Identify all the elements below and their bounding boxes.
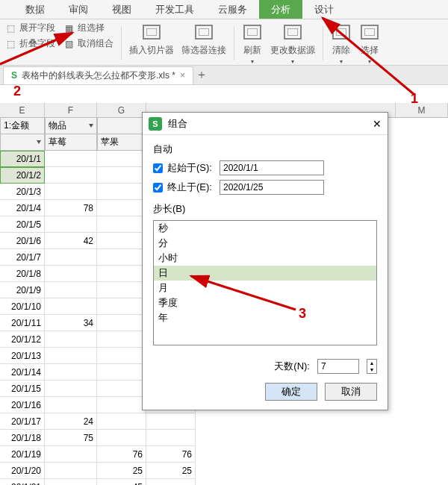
cancel-button[interactable]: 取消	[325, 383, 377, 401]
value-cell[interactable]	[97, 397, 146, 413]
date-cell[interactable]: 20/1/7	[0, 249, 45, 266]
value-cell[interactable]: 78	[45, 200, 97, 216]
step-item[interactable]: 分	[154, 236, 376, 251]
col-header-f[interactable]: F	[45, 103, 97, 117]
value-cell[interactable]	[45, 282, 97, 298]
value-cell[interactable]: 42	[45, 233, 97, 249]
pivot-row-field[interactable]	[0, 134, 45, 151]
refresh-button[interactable]: 刷新▾	[242, 22, 263, 65]
date-cell[interactable]: 20/1/19	[0, 446, 45, 463]
value-cell[interactable]	[97, 266, 146, 282]
value-cell[interactable]	[97, 233, 146, 249]
value-cell[interactable]	[97, 151, 146, 167]
ribbon-tab-6[interactable]: 设计	[302, 0, 346, 19]
pivot-item-1[interactable]: 草莓	[45, 134, 97, 151]
date-cell[interactable]: 20/1/6	[0, 233, 45, 249]
date-cell[interactable]: 20/1/15	[0, 381, 45, 397]
value-cell[interactable]	[45, 184, 97, 200]
value-cell[interactable]	[45, 463, 97, 479]
value-cell[interactable]	[97, 331, 146, 348]
end-checkbox-input[interactable]	[153, 183, 163, 193]
value-cell[interactable]	[45, 266, 97, 282]
value-cell[interactable]	[97, 167, 146, 184]
value-cell[interactable]	[45, 397, 97, 413]
date-cell[interactable]: 20/1/2	[0, 167, 45, 184]
value-cell[interactable]	[45, 298, 97, 315]
pivot-column-field[interactable]: 物品	[45, 118, 97, 134]
date-cell[interactable]: 20/1/9	[0, 282, 45, 298]
step-listbox[interactable]: 秒分小时日月季度年	[153, 220, 377, 345]
value-cell[interactable]	[45, 216, 97, 233]
step-item[interactable]: 日	[154, 266, 376, 281]
add-tab-button[interactable]: ＋	[193, 67, 210, 84]
collapse-field-button[interactable]: ⬚折叠字段	[4, 37, 55, 50]
value-cell[interactable]	[97, 413, 146, 430]
date-cell[interactable]: 20/1/18	[0, 430, 45, 446]
change-source-button[interactable]: 更改数据源▾	[270, 22, 315, 65]
value-cell[interactable]	[45, 381, 97, 397]
value-cell[interactable]: 34	[45, 315, 97, 331]
start-checkbox-input[interactable]	[153, 163, 163, 173]
value-cell[interactable]: 76	[146, 446, 196, 463]
value-cell[interactable]	[45, 364, 97, 381]
date-cell[interactable]: 20/1/4	[0, 200, 45, 216]
date-cell[interactable]: 20/1/10	[0, 298, 45, 315]
step-item[interactable]: 秒	[154, 221, 376, 236]
document-tab[interactable]: S 表格中的斜线表头怎么拉都不变形.xls * ×	[3, 66, 193, 84]
expand-field-button[interactable]: ⬚展开字段	[4, 22, 55, 34]
dialog-titlebar[interactable]: S 组合 ✕	[143, 113, 388, 135]
ribbon-tab-4[interactable]: 云服务	[206, 0, 259, 19]
date-cell[interactable]: 20/1/14	[0, 364, 45, 381]
value-cell[interactable]: 75	[45, 430, 97, 446]
date-cell[interactable]: 20/1/21	[0, 479, 45, 485]
group-select-button[interactable]: ▦组选择	[63, 22, 113, 34]
date-cell[interactable]: 20/1/11	[0, 315, 45, 331]
step-item[interactable]: 季度	[154, 295, 376, 310]
value-cell[interactable]	[97, 282, 146, 298]
date-cell[interactable]: 20/1/12	[0, 331, 45, 348]
days-input[interactable]	[317, 359, 359, 374]
ribbon-tab-5[interactable]: 分析	[259, 0, 302, 19]
value-cell[interactable]	[146, 413, 196, 430]
ribbon-tab-2[interactable]: 视图	[100, 0, 143, 19]
value-cell[interactable]	[97, 364, 146, 381]
step-item[interactable]: 年	[154, 310, 376, 325]
end-date-input[interactable]	[220, 180, 324, 195]
value-cell[interactable]	[97, 430, 146, 446]
close-tab-button[interactable]: ×	[180, 70, 185, 81]
value-cell[interactable]: 25	[97, 463, 146, 479]
ribbon-tab-3[interactable]: 开发工具	[143, 0, 206, 19]
value-cell[interactable]	[146, 430, 196, 446]
col-header-e[interactable]: E	[0, 103, 45, 117]
value-cell[interactable]: 24	[45, 413, 97, 430]
value-cell[interactable]	[97, 348, 146, 364]
col-header-m[interactable]: M	[396, 103, 448, 117]
value-cell[interactable]	[97, 381, 146, 397]
value-cell[interactable]	[146, 479, 196, 485]
ribbon-tab-1[interactable]: 审阅	[57, 0, 100, 19]
ungroup-button[interactable]: ▧取消组合	[63, 37, 113, 50]
step-item[interactable]: 小时	[154, 251, 376, 266]
value-cell[interactable]	[45, 249, 97, 266]
dialog-close-button[interactable]: ✕	[373, 118, 382, 130]
value-cell[interactable]	[97, 249, 146, 266]
value-cell[interactable]	[97, 216, 146, 233]
value-cell[interactable]	[97, 184, 146, 200]
ribbon-tab-0[interactable]: 数据	[13, 0, 57, 19]
value-cell[interactable]	[97, 298, 146, 315]
value-cell[interactable]: 76	[97, 446, 146, 463]
step-item[interactable]: 月	[154, 281, 376, 295]
value-cell[interactable]	[97, 200, 146, 216]
filter-conn-button[interactable]: 筛选器连接	[181, 22, 226, 65]
date-cell[interactable]: 20/1/1	[0, 151, 45, 167]
date-cell[interactable]: 20/1/5	[0, 216, 45, 233]
value-cell[interactable]	[45, 151, 97, 167]
date-cell[interactable]: 20/1/20	[0, 463, 45, 479]
col-header-g[interactable]: G	[97, 103, 146, 117]
value-cell[interactable]	[45, 348, 97, 364]
end-checkbox[interactable]: 终止于(E):	[153, 181, 212, 194]
date-cell[interactable]: 20/1/16	[0, 397, 45, 413]
date-cell[interactable]: 20/1/17	[0, 413, 45, 430]
value-cell[interactable]	[45, 331, 97, 348]
clear-button[interactable]: 清除▾	[331, 22, 352, 65]
